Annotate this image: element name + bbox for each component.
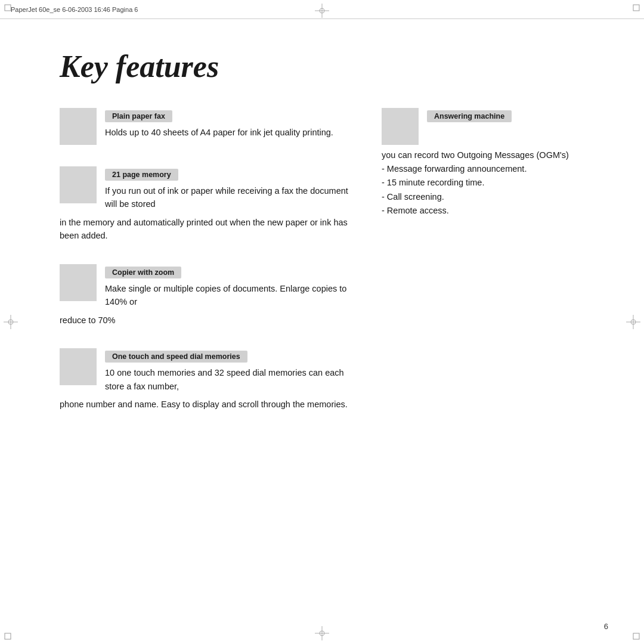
feature-answering-machine-icon [382,108,419,145]
feature-one-touch-speed-dial: One touch and speed dial memories 10 one… [60,348,358,411]
feature-copier-zoom-body-below: reduce to 70% [60,314,358,327]
feature-answering-machine-body: you can record two Outgoing Messages (OG… [382,148,584,218]
two-column-layout: Plain paper fax Holds up to 40 sheets of… [60,108,584,433]
column-left: Plain paper fax Holds up to 40 sheets of… [60,108,358,433]
feature-copier-zoom-label: Copier with zoom [105,267,181,278]
answering-machine-body-line: - 15 minute recording time. [382,176,584,190]
feature-plain-paper-fax: Plain paper fax Holds up to 40 sheets of… [60,108,358,145]
feature-plain-paper-fax-icon [60,108,97,145]
feature-copier-zoom-body-inline: Make single or multiple copies of docume… [105,282,358,309]
feature-speed-dial-body-inline: 10 one touch memories and 32 speed dial … [105,366,358,393]
crosshair-left [4,315,18,329]
answering-machine-body-line: - Message forwarding announcement. [382,162,584,176]
feature-page-memory-icon [60,166,97,203]
feature-speed-dial-body-below: phone number and name. Easy to display a… [60,398,358,411]
feature-page-memory-body-inline: If you run out of ink or paper while rec… [105,184,358,211]
feature-answering-machine-label: Answering machine [427,110,512,122]
svg-rect-3 [633,633,639,639]
column-right: Answering machine you can record two Out… [382,108,584,433]
feature-speed-dial-icon [60,348,97,385]
header-bar: PaperJet 60e_se 6-06-2003 16:46 Pagina 6 [0,0,644,19]
feature-page-memory-body-below: in the memory and automatically printed … [60,216,358,243]
crosshair-bottom [315,626,329,640]
answering-machine-body-line: - Remote access. [382,204,584,218]
feature-page-memory-label: 21 page memory [105,169,178,181]
main-content: Key features Plain paper fax Holds up to… [36,19,608,614]
answering-machine-body-line: - Call screening. [382,190,584,204]
page-title: Key features [60,49,584,84]
feature-answering-machine-header: Answering machine [382,108,584,145]
svg-rect-2 [5,633,11,639]
feature-copier-zoom-header: Copier with zoom Make single or multiple… [60,264,358,309]
feature-copier-with-zoom: Copier with zoom Make single or multiple… [60,264,358,327]
answering-machine-body-line: you can record two Outgoing Messages (OG… [382,148,584,162]
feature-plain-paper-fax-body: Holds up to 40 sheets of A4 paper for in… [105,126,333,139]
feature-answering-machine: Answering machine you can record two Out… [382,108,584,218]
feature-speed-dial-label: One touch and speed dial memories [105,351,247,363]
crosshair-right [626,315,640,329]
registration-mark-br [625,625,640,640]
feature-page-memory: 21 page memory If you run out of ink or … [60,166,358,243]
feature-plain-paper-fax-label: Plain paper fax [105,110,172,122]
registration-mark-bl [4,625,19,640]
page-number: 6 [604,622,608,631]
feature-page-memory-header: 21 page memory If you run out of ink or … [60,166,358,211]
feature-copier-zoom-icon [60,264,97,301]
header-text: PaperJet 60e_se 6-06-2003 16:46 Pagina 6 [11,6,138,13]
feature-plain-paper-fax-header: Plain paper fax Holds up to 40 sheets of… [60,108,358,145]
feature-speed-dial-header: One touch and speed dial memories 10 one… [60,348,358,393]
